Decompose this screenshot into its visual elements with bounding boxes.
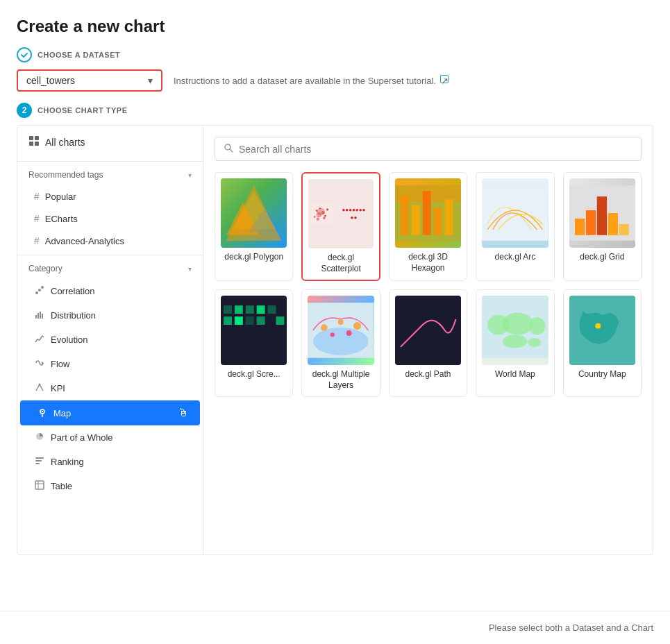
svg-rect-49 [608, 213, 617, 235]
dataset-value: cell_towers [26, 75, 142, 86]
page-container: Create a new chart CHOOSE A DATASET cell… [0, 0, 670, 644]
chart-sidebar: All charts Recommended tags ▾ # Popular … [17, 126, 203, 554]
chart-card-world-map[interactable]: World Map [476, 289, 554, 397]
search-input[interactable] [239, 144, 633, 155]
tag-popular[interactable]: # Popular [17, 185, 203, 207]
chart-thumb-arc [482, 178, 548, 248]
sidebar-item-all-charts[interactable]: All charts [17, 126, 203, 158]
sidebar-divider-2 [17, 255, 203, 255]
grid-icon [28, 135, 40, 149]
svg-point-28 [317, 212, 321, 217]
chart-grid-area: deck.gl Polygon [203, 126, 653, 554]
sidebar-item-part-of-a-whole[interactable]: Part of a Whole [17, 425, 203, 450]
recommended-tags-header[interactable]: Recommended tags ▾ [17, 164, 203, 185]
dataset-hint: Instructions to add a dataset are availa… [174, 75, 449, 86]
chart-name: deck.gl Scre... [221, 369, 287, 380]
svg-rect-17 [35, 463, 40, 464]
sidebar-item-correlation[interactable]: Correlation [17, 279, 203, 303]
kpi-icon [34, 382, 45, 394]
svg-point-75 [528, 338, 541, 347]
dataset-select[interactable]: cell_towers ▾ [17, 69, 162, 92]
step1-text: CHOOSE A DATASET [37, 51, 120, 59]
chart-card-deck-gl-polygon[interactable]: deck.gl Polygon [215, 172, 293, 281]
map-label: Map [53, 408, 71, 418]
chevron-down-icon: ▾ [148, 75, 153, 86]
svg-point-29 [321, 211, 325, 214]
category-header[interactable]: Category ▾ [17, 258, 203, 279]
svg-rect-10 [42, 314, 43, 319]
svg-rect-42 [433, 207, 442, 235]
chart-thumb-multilayer [308, 296, 374, 365]
step1-label: CHOOSE A DATASET [17, 47, 653, 62]
svg-line-22 [230, 149, 233, 152]
sidebar-item-ranking[interactable]: Ranking [17, 450, 203, 474]
chart-card-deck-gl-scatterplot[interactable]: deck.gl Scatterplot [301, 172, 380, 281]
svg-marker-24 [226, 202, 260, 235]
tag-echarts[interactable]: # ECharts [17, 207, 203, 230]
svg-rect-47 [585, 210, 595, 235]
sidebar-item-distribution[interactable]: Distribution [17, 303, 203, 328]
page-header: Create a new chart [0, 0, 670, 47]
svg-rect-57 [235, 316, 243, 325]
sidebar-item-map[interactable]: Map 🖱 [20, 400, 200, 425]
chart-card-deck-gl-grid[interactable]: deck.gl Grid [563, 172, 642, 281]
evolution-icon [34, 334, 45, 346]
sidebar-item-kpi[interactable]: KPI [17, 376, 203, 400]
svg-rect-8 [37, 313, 39, 319]
tag-advanced-analytics[interactable]: # Advanced-Analytics [17, 230, 203, 252]
step1-section: CHOOSE A DATASET cell_towers ▾ Instructi… [0, 47, 670, 103]
chart-card-deck-screengrid[interactable]: deck.gl Scre... [215, 289, 293, 397]
tag-popular-label: Popular [45, 192, 76, 202]
svg-marker-23 [232, 191, 276, 230]
step2-text: CHOOSE CHART TYPE [37, 106, 128, 115]
svg-rect-50 [619, 224, 628, 235]
chart-thumb-hexagon [395, 178, 461, 248]
correlation-icon [34, 285, 45, 297]
chart-card-deck-gl-3d-hexagon[interactable]: deck.gl 3D Hexagon [389, 172, 467, 281]
svg-rect-0 [29, 136, 33, 140]
svg-point-34 [314, 216, 315, 217]
category-label: Category [28, 264, 62, 273]
svg-point-65 [338, 319, 344, 325]
svg-rect-9 [40, 312, 41, 319]
svg-point-66 [353, 322, 361, 330]
chart-card-deck-path[interactable]: deck.gl Path [389, 289, 467, 397]
step2-label: 2 CHOOSE CHART TYPE [17, 103, 653, 118]
flow-label: Flow [51, 359, 69, 369]
chart-name: deck.gl Path [395, 369, 461, 380]
chart-name: deck.gl Multiple Layers [308, 369, 374, 391]
correlation-label: Correlation [51, 286, 95, 296]
tag-advanced-analytics-label: Advanced-Analytics [45, 236, 124, 246]
page-title: Create a new chart [17, 17, 653, 36]
chart-thumb-scatterplot [308, 179, 373, 248]
svg-rect-7 [35, 315, 37, 319]
svg-point-36 [317, 218, 319, 221]
svg-point-64 [321, 324, 328, 331]
sidebar-item-table[interactable]: Table [17, 474, 203, 498]
chart-card-deck-multilayer[interactable]: deck.gl Multiple Layers [301, 289, 380, 397]
hash-icon: # [34, 235, 40, 246]
chevron-down-icon: ▾ [188, 265, 192, 273]
svg-rect-46 [575, 219, 585, 235]
svg-point-14 [42, 410, 43, 412]
distribution-icon [34, 310, 45, 321]
chart-card-deck-gl-arc[interactable]: deck.gl Arc [476, 172, 554, 281]
step2-badge: 2 [17, 103, 32, 118]
all-charts-label: All charts [45, 137, 85, 148]
chart-thumb-screen [221, 296, 287, 365]
table-icon [34, 480, 45, 492]
svg-rect-60 [268, 305, 276, 314]
svg-rect-1 [35, 136, 39, 140]
sidebar-item-flow[interactable]: Flow [17, 352, 203, 376]
chart-name: deck.gl Arc [482, 252, 548, 263]
svg-rect-18 [35, 481, 44, 489]
ranking-label: Ranking [51, 457, 84, 467]
sidebar-item-evolution[interactable]: Evolution [17, 328, 203, 352]
chart-card-country-map[interactable]: Country Map [563, 289, 642, 397]
svg-rect-58 [246, 316, 254, 325]
evolution-label: Evolution [51, 334, 87, 345]
chart-name: World Map [482, 369, 548, 380]
svg-point-72 [503, 313, 534, 335]
step1-badge [17, 47, 32, 62]
map-icon [37, 407, 48, 419]
